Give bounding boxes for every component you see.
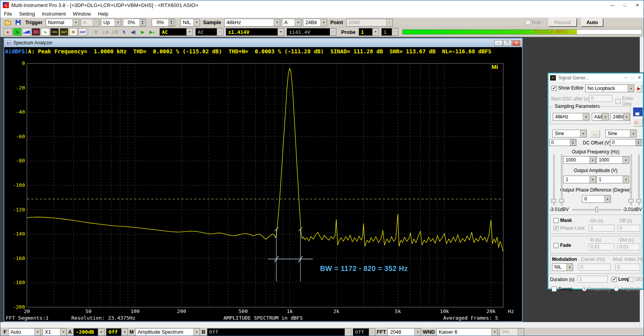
mask-on-input[interactable]: 1 <box>589 225 614 232</box>
spectrum-window-titlebar[interactable]: Spectrum Analyzer ─ ❐ ✕ <box>4 39 522 47</box>
dc-offset-b-stepper[interactable]: 0 <box>610 139 642 146</box>
window-function-select[interactable]: Kaiser 6 <box>436 328 498 336</box>
bandwidth-cursors[interactable]: BW = 1172 - 820 = 352 Hz <box>268 227 408 282</box>
probe-b-select[interactable]: 1 <box>381 28 398 36</box>
phase-lock-checkbox[interactable]: Phase Lock <box>554 225 585 231</box>
multimeter-icon[interactable]: 88 <box>32 28 40 36</box>
fade-in-input[interactable]: 0.01 <box>589 243 614 250</box>
siggen-close-icon[interactable]: ✕ <box>638 75 641 80</box>
waveform-b-select[interactable]: Sine <box>605 130 637 137</box>
gain-b-select[interactable]: Off <box>353 328 375 336</box>
range-a-bottom-select[interactable]: -200dB <box>73 328 104 336</box>
modulation-select[interactable]: NIL <box>552 263 573 271</box>
waveform-more-button[interactable]: ... <box>590 130 600 137</box>
device-test-plan-icon[interactable]: DUT <box>60 28 68 36</box>
display-mode-select[interactable]: Amplitude Spectrum <box>135 328 200 336</box>
spectrum-minimize-icon[interactable]: ─ <box>494 40 502 46</box>
maximize-icon[interactable]: □ <box>619 0 631 10</box>
run-icon[interactable]: ▶ <box>138 28 147 36</box>
minimize-icon[interactable]: — <box>606 0 619 10</box>
fft-size-select[interactable]: 2048 <box>387 328 421 336</box>
roll-checkbox[interactable]: Roll <box>525 19 541 25</box>
oscilloscope-icon[interactable]: ∿ <box>13 28 21 36</box>
echo-only-checkbox[interactable]: Echo Only <box>616 96 643 107</box>
ddp-viewer-icon[interactable]: DDP <box>78 28 87 36</box>
spectrum-plot[interactable]: 0-20-40-60-80-100-120-140-160-180-200205… <box>4 56 522 321</box>
trigger-edge-select[interactable]: Up <box>101 19 121 26</box>
frequency-b-select[interactable]: 1000 <box>596 156 629 164</box>
auto-button[interactable]: Auto <box>581 18 603 26</box>
fade-out-input[interactable]: 0.01 <box>617 243 640 250</box>
duration-input[interactable]: 1 <box>577 276 608 283</box>
trigger-source-select[interactable]: A <box>81 19 99 26</box>
menu-instrument[interactable]: Instrument <box>38 10 69 18</box>
open-file-icon[interactable] <box>4 19 12 26</box>
record-button[interactable]: Record <box>548 18 577 26</box>
phase-difference-select[interactable]: 0 <box>582 195 611 203</box>
trigger-delay-stepper[interactable]: 0% <box>152 19 175 26</box>
loop-checkbox[interactable]: Loop <box>612 276 630 282</box>
overlap-select[interactable]: 0% <box>499 328 524 336</box>
mask-checkbox[interactable]: Mask <box>554 218 572 223</box>
horizontal-scrollbar[interactable] <box>0 322 640 327</box>
range-a-select[interactable]: ±1.414V <box>226 28 284 36</box>
trigger-mode-select[interactable]: Normal <box>46 19 79 26</box>
start-osc-input[interactable]: 0 <box>589 95 612 102</box>
spectrum-analyzer-icon[interactable]: ▂▅▇ <box>22 28 31 36</box>
amplitude-slider-b2[interactable] <box>638 155 640 205</box>
amplitude-slider-b1[interactable] <box>630 155 632 205</box>
signal-generator-icon[interactable]: ∿ <box>41 28 50 36</box>
slider-thumb[interactable] <box>551 199 556 202</box>
menu-help[interactable]: Help <box>94 10 112 18</box>
siggen-save-button[interactable] <box>633 107 643 116</box>
dds-checkbox[interactable]: DDS <box>629 276 644 282</box>
sample-rate-select[interactable]: 48kHz <box>224 19 280 26</box>
siggen-rate-select[interactable]: 48kHz <box>553 113 589 121</box>
amplitude-b-select[interactable]: 1 <box>596 176 629 183</box>
amplitude-a-select[interactable]: 1 <box>563 176 596 183</box>
menu-file[interactable]: File <box>0 10 16 18</box>
trigger-hpf-select[interactable]: NIL <box>180 19 200 26</box>
gain-a-select[interactable]: Off <box>106 328 128 336</box>
signal-generator-titlebar[interactable]: ≈ Signal Gener... ─ □ ✕ <box>548 74 643 82</box>
fade-checkbox[interactable]: Fade <box>554 243 571 248</box>
derived-data-curve-icon[interactable]: ≋ <box>69 28 78 36</box>
siggen-notes-button[interactable] <box>633 118 643 127</box>
sound-speaker-icon[interactable]: ◀) <box>129 28 138 36</box>
point-count-select[interactable]: 2048 <box>346 19 393 26</box>
slider-thumb[interactable] <box>559 199 564 202</box>
sample-channel-select[interactable]: A <box>282 19 301 26</box>
spectrum-restore-icon[interactable]: ❐ <box>503 40 511 46</box>
mod-index-input[interactable]: 0 <box>615 264 640 271</box>
zoom-select[interactable]: X1 <box>42 328 67 336</box>
menu-window[interactable]: Window <box>69 10 94 18</box>
siggen-minimize-icon[interactable]: ─ <box>624 75 627 80</box>
trigger-level-stepper[interactable]: 0% <box>123 19 146 26</box>
coupling-a-select[interactable]: AC <box>159 28 193 36</box>
run-once-icon[interactable]: ▶₀ <box>148 28 156 36</box>
sample-bits-select[interactable]: 24Bit <box>303 19 327 26</box>
frequency-a-select[interactable]: 1000 <box>563 156 596 164</box>
waveform-a-select[interactable]: Sine <box>552 130 587 137</box>
coupling-b-select[interactable]: AC <box>195 28 223 36</box>
dc-offset-a-stepper[interactable]: 0 <box>549 139 577 146</box>
sweep-checkbox[interactable]: Sweep <box>552 286 573 292</box>
probe-a-select[interactable]: 1 <box>359 28 379 36</box>
loopback-select[interactable]: No Loopback <box>585 84 634 92</box>
save-file-icon[interactable] <box>14 19 22 26</box>
siggen-bits-select[interactable]: 24Bit <box>610 113 630 121</box>
carrier-input[interactable]: 0 <box>579 264 610 271</box>
siggen-run-button[interactable] <box>636 84 642 92</box>
amplitude-slider-a2[interactable] <box>561 155 563 205</box>
spectrum-3d-plot-icon[interactable]: ≈≈ <box>50 28 59 36</box>
amplitude-slider-a1[interactable] <box>553 155 555 205</box>
run-stop-icon[interactable]: ● <box>4 28 12 36</box>
close-icon[interactable]: ✕ <box>631 0 644 10</box>
siggen-channel-select[interactable]: A&B <box>592 113 609 121</box>
frequency-axis-select[interactable]: Auto <box>8 328 41 336</box>
probe-calibration-icon[interactable]: ↯ <box>120 28 128 36</box>
slider-thumb[interactable] <box>636 199 641 202</box>
balance-slider-thumb[interactable] <box>595 207 598 212</box>
show-editor-checkbox[interactable]: Show Editor <box>552 85 584 91</box>
mask-off-input[interactable]: 0 <box>617 225 640 232</box>
